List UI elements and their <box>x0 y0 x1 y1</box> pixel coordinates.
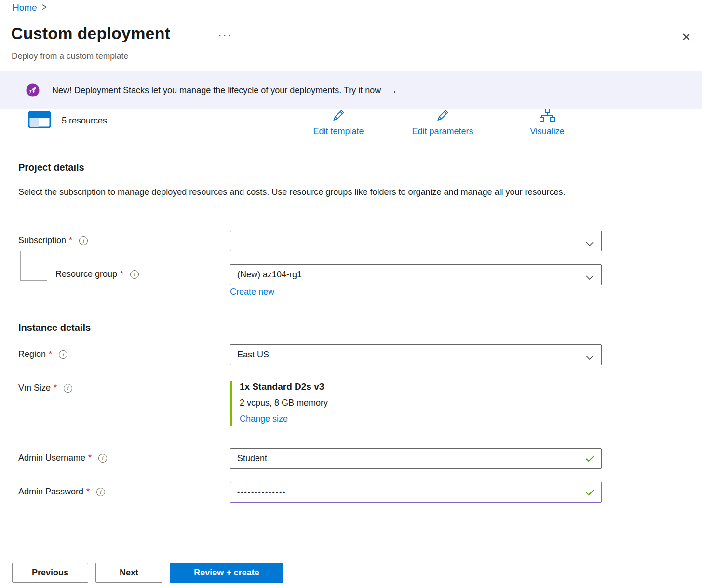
admin-password-field-wrap <box>230 482 602 503</box>
more-options-button[interactable]: ··· <box>218 28 232 41</box>
admin-password-label-row: Admin Password* <box>18 487 105 497</box>
admin-username-input[interactable] <box>230 448 602 469</box>
admin-password-label: Admin Password <box>18 487 83 497</box>
resource-group-label-row: Resource group* <box>55 269 139 279</box>
resource-group-value: (New) az104-rg1 <box>237 270 302 280</box>
region-dropdown[interactable]: East US <box>230 344 602 365</box>
info-icon[interactable] <box>64 384 72 393</box>
subscription-label: Subscription <box>18 235 66 246</box>
page-subtitle: Deploy from a custom template <box>12 51 128 61</box>
next-button[interactable]: Next <box>95 563 162 583</box>
subscription-dropdown[interactable] <box>230 231 602 251</box>
review-create-button[interactable]: Review + create <box>170 563 284 583</box>
vm-size-specs: 2 vcpus, 8 GB memory <box>240 398 602 408</box>
admin-username-label: Admin Username <box>18 453 85 463</box>
breadcrumb-home-link[interactable]: Home <box>13 2 37 13</box>
info-icon[interactable] <box>79 236 88 245</box>
valid-check-icon <box>585 455 595 465</box>
chevron-down-icon <box>586 353 594 363</box>
region-label-row: Region* <box>18 349 68 359</box>
resource-group-dropdown[interactable]: (New) az104-rg1 <box>230 264 602 285</box>
chevron-down-icon <box>586 273 594 283</box>
region-value: East US <box>237 350 269 360</box>
required-asterisk: * <box>54 383 57 393</box>
deployment-stacks-banner[interactable]: New! Deployment Stacks let you manage th… <box>0 71 702 109</box>
vm-size-label-row: Vm Size* <box>18 383 72 393</box>
project-details-description: Select the subscription to manage deploy… <box>18 184 573 200</box>
previous-button[interactable]: Previous <box>12 563 88 583</box>
info-icon[interactable] <box>96 488 105 496</box>
template-resource-summary: 5 resources <box>28 111 107 130</box>
instance-details-heading: Instance details <box>18 322 91 333</box>
visualize-button[interactable]: Visualize <box>516 108 579 137</box>
resource-group-label: Resource group <box>55 269 117 279</box>
admin-username-label-row: Admin Username* <box>18 453 107 463</box>
admin-password-input[interactable] <box>230 482 602 503</box>
required-asterisk: * <box>49 349 52 359</box>
admin-username-field-wrap <box>230 448 602 469</box>
required-asterisk: * <box>120 269 123 279</box>
required-asterisk: * <box>69 235 72 246</box>
chevron-down-icon <box>586 239 594 249</box>
breadcrumb-chevron-icon: > <box>42 2 47 14</box>
rocket-icon <box>26 83 40 97</box>
template-icon <box>28 111 51 130</box>
vm-size-label: Vm Size <box>18 383 51 393</box>
info-icon[interactable] <box>98 454 107 463</box>
edit-parameters-label: Edit parameters <box>412 126 473 137</box>
page-title: Custom deployment <box>11 24 170 43</box>
region-label: Region <box>18 349 46 359</box>
create-new-link[interactable]: Create new <box>230 287 274 297</box>
visualize-icon <box>539 108 555 124</box>
valid-check-icon <box>585 489 595 498</box>
vm-size-value: 1x Standard D2s v3 <box>240 382 602 392</box>
edit-template-button[interactable]: Edit template <box>299 108 378 137</box>
close-icon[interactable]: ✕ <box>678 29 694 45</box>
change-size-link[interactable]: Change size <box>240 414 288 424</box>
vm-size-summary: 1x Standard D2s v3 2 vcpus, 8 GB memory … <box>230 381 602 426</box>
project-details-heading: Project details <box>18 162 84 173</box>
required-asterisk: * <box>88 453 92 463</box>
edit-parameters-button[interactable]: Edit parameters <box>400 108 485 137</box>
pencil-icon <box>435 108 450 124</box>
subscription-label-row: Subscription* <box>18 235 88 246</box>
breadcrumb: Home > <box>13 2 47 13</box>
banner-message: New! Deployment Stacks let you manage th… <box>52 85 381 96</box>
info-icon[interactable] <box>130 270 139 279</box>
edit-template-label: Edit template <box>313 126 364 137</box>
visualize-label: Visualize <box>530 126 565 137</box>
banner-arrow-icon: → <box>388 85 397 96</box>
pencil-icon <box>331 108 346 124</box>
subscription-resource-group-connector <box>20 251 47 281</box>
resource-count: 5 resources <box>62 116 107 126</box>
required-asterisk: * <box>86 487 90 497</box>
info-icon[interactable] <box>59 350 68 359</box>
